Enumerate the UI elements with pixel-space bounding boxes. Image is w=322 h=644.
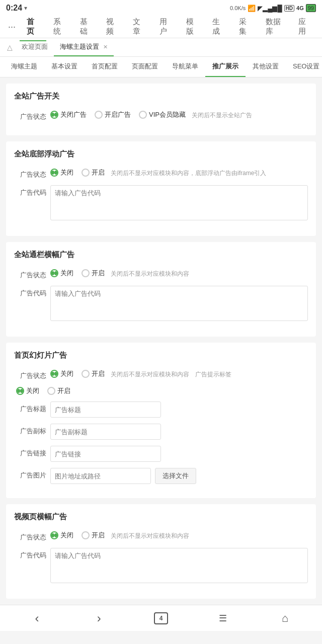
sub-nav-promotion[interactable]: 推广展示 — [205, 57, 246, 77]
nav-tab-template[interactable]: 模版 — [179, 13, 206, 41]
nav-tab-article[interactable]: 文章 — [126, 13, 152, 41]
radio3-close[interactable]: 关闭 — [50, 269, 73, 278]
radio-open-ad-circle — [95, 111, 103, 119]
radio4b-close[interactable]: 关闭 — [16, 386, 39, 395]
radio4b-open-circle — [47, 387, 55, 395]
radio-vip-hide-circle — [139, 111, 147, 119]
section2-ad-status-row: 广告状态 关闭 开启 关闭后不显示对应模块和内容，底部浮动广告由iframe引入 — [14, 167, 308, 179]
radio-vip-hide[interactable]: VIP会员隐藏 — [139, 110, 186, 119]
radio5-open-label: 开启 — [92, 531, 105, 540]
sub-nav-page-config[interactable]: 页面配置 — [125, 57, 165, 77]
battery-indicator: 99 — [306, 4, 316, 12]
radio4a-open[interactable]: 开启 — [82, 369, 105, 378]
radio3-open[interactable]: 开启 — [82, 269, 105, 278]
radio4b-open[interactable]: 开启 — [47, 386, 70, 395]
section4-link-input[interactable] — [50, 446, 161, 462]
section5-ad-status-row: 广告状态 关闭 开启 关闭后不显示对应模块和内容 — [14, 530, 308, 542]
sub-nav-seo[interactable]: SEO设置 — [286, 57, 322, 77]
bluetooth-icon: 📶 — [248, 5, 256, 12]
page-number-button[interactable]: 4 — [149, 608, 173, 628]
more-button[interactable]: ··· — [4, 22, 20, 32]
collapse-button[interactable]: △ — [4, 39, 16, 55]
radio2-close-circle — [50, 169, 58, 177]
radio4a-close-label: 关闭 — [60, 369, 73, 378]
radio3-close-circle — [50, 269, 58, 277]
section4-hint2: 广告提示标签 — [195, 370, 231, 379]
section4-image-input[interactable] — [50, 468, 151, 484]
section1-title: 全站广告开关 — [14, 92, 308, 101]
radio5-close-label: 关闭 — [60, 531, 73, 540]
sub-nav-other-settings[interactable]: 其他设置 — [246, 57, 286, 77]
top-nav: ··· 首页 系统 基础 视频 文章 用户 模版 生成 采集 数据库 应用 — [0, 16, 322, 38]
tab-close-icon[interactable]: ✕ — [103, 44, 108, 50]
section4-ad-status-label: 广告状态 — [14, 368, 46, 380]
section1-ad-status-label: 广告状态 — [14, 109, 46, 121]
sub-nav-basic-settings[interactable]: 基本设置 — [44, 57, 85, 77]
sub-nav-home-config[interactable]: 首页配置 — [85, 57, 125, 77]
speed-indicator: 0.0K/s — [230, 5, 246, 11]
signal-icon: ◤▂▄▆█ — [258, 5, 282, 12]
section5-radios: 关闭 开启 — [50, 531, 105, 540]
section2-ad-status-label: 广告状态 — [14, 167, 46, 179]
radio5-close[interactable]: 关闭 — [50, 531, 73, 540]
section2-ad-code-content — [50, 185, 308, 222]
section4-radio-row2: 关闭 开启 — [14, 386, 308, 395]
radio4a-close[interactable]: 关闭 — [50, 369, 73, 378]
radio2-open-label: 开启 — [92, 168, 105, 177]
top-nav-tabs: 首页 系统 基础 视频 文章 用户 模版 生成 采集 数据库 应用 — [20, 13, 318, 41]
section4-title-input[interactable] — [50, 401, 161, 418]
section5-ad-code-label: 广告代码 — [14, 548, 46, 560]
page-tab-theme-settings[interactable]: 海螺主题设置 ✕ — [54, 38, 114, 56]
radio5-open[interactable]: 开启 — [82, 531, 105, 540]
section4-image-row: 广告图片 选择文件 — [14, 468, 308, 484]
section4-title: 首页幻灯片广告 — [14, 351, 308, 360]
radio2-open[interactable]: 开启 — [82, 168, 105, 177]
section3-title: 全站通栏横幅广告 — [14, 250, 308, 260]
nav-tab-app[interactable]: 应用 — [291, 13, 318, 41]
nav-tab-system[interactable]: 系统 — [46, 13, 73, 41]
section4-select-file-button[interactable]: 选择文件 — [155, 468, 196, 484]
nav-tab-generate[interactable]: 生成 — [205, 13, 232, 41]
radio-open-ad[interactable]: 开启广告 — [95, 110, 131, 119]
radio5-open-circle — [82, 531, 90, 539]
sub-nav-nav-menu[interactable]: 导航菜单 — [165, 57, 205, 77]
status-icons: 0.0K/s 📶 ◤▂▄▆█ HD 4G 99 — [230, 4, 316, 12]
nav-tab-database[interactable]: 数据库 — [259, 13, 291, 41]
radio3-open-label: 开启 — [92, 269, 105, 278]
nav-tab-basic[interactable]: 基础 — [73, 13, 100, 41]
radio2-open-circle — [82, 169, 90, 177]
sub-nav-theme[interactable]: 海螺主题 — [4, 57, 44, 77]
radio2-close[interactable]: 关闭 — [50, 168, 73, 177]
dropdown-icon: ▾ — [24, 5, 27, 12]
section5-ad-code-input[interactable] — [50, 548, 308, 583]
section4-subtitle-input[interactable] — [50, 424, 161, 440]
network-type: 4G — [296, 5, 304, 11]
nav-tab-user[interactable]: 用户 — [152, 13, 179, 41]
menu-button[interactable]: ☰ — [211, 608, 235, 628]
section3-ad-status-label: 广告状态 — [14, 268, 46, 280]
radio3-open-circle — [82, 269, 90, 277]
section2-ad-code-input[interactable] — [50, 185, 308, 220]
radio-close-ad[interactable]: 关闭广告 — [50, 110, 87, 119]
section4-title-row: 广告标题 — [14, 401, 308, 418]
radio4a-open-label: 开启 — [92, 369, 105, 378]
section2-ad-code-label: 广告代码 — [14, 185, 46, 197]
section-bottom-float-ad: 全站底部浮动广告 广告状态 关闭 开启 关闭后不显示对应模块和内容，底部浮动广告… — [6, 141, 316, 236]
section3-ad-code-content — [50, 286, 308, 323]
radio4a-open-circle — [82, 370, 90, 378]
back-button[interactable]: ‹ — [25, 608, 49, 628]
section1-radios: 关闭广告 开启广告 VIP会员隐藏 — [50, 110, 186, 119]
forward-button[interactable]: › — [87, 608, 111, 628]
section4-link-row: 广告链接 — [14, 446, 308, 462]
section3-ad-code-input[interactable] — [50, 286, 308, 321]
radio4a-close-circle — [50, 370, 58, 378]
radio4b-open-label: 开启 — [57, 386, 70, 395]
nav-tab-home[interactable]: 首页 — [20, 13, 46, 41]
nav-tab-video[interactable]: 视频 — [99, 13, 126, 41]
section-banner-ad: 全站通栏横幅广告 广告状态 关闭 开启 关闭后不显示对应模块和内容 广告代码 — [6, 242, 316, 337]
status-time: 0:24 — [6, 4, 22, 13]
home-button[interactable]: ⌂ — [273, 608, 297, 628]
nav-tab-collect[interactable]: 采集 — [232, 13, 259, 41]
section4-subtitle-label: 广告副标 — [14, 424, 46, 436]
page-tab-welcome[interactable]: 欢迎页面 — [16, 38, 54, 56]
